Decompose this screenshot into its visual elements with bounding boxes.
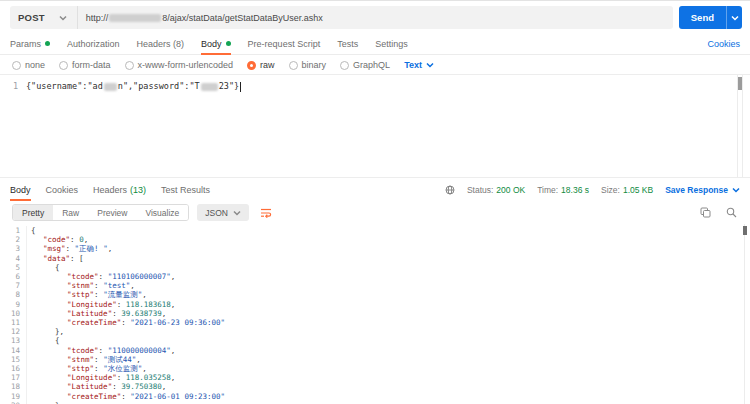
response-code-lines: 1{2"code": 0,3"msg": "正确! ",4"data": [5{… bbox=[0, 226, 750, 404]
line-number: 12 bbox=[0, 327, 26, 336]
cookies-link[interactable]: Cookies bbox=[707, 39, 740, 49]
save-response-button[interactable]: Save Response bbox=[665, 185, 740, 195]
response-code-line: 9"Longitude": 118.183618, bbox=[0, 300, 750, 309]
body-mode-row: none form-data x-www-form-urlencoded raw… bbox=[0, 55, 750, 74]
response-scrollbar[interactable] bbox=[744, 224, 745, 404]
body-mode-graphql[interactable]: GraphQL bbox=[340, 60, 390, 70]
line-number: 17 bbox=[0, 373, 26, 382]
copy-icon[interactable] bbox=[696, 204, 714, 221]
line-number: 8 bbox=[0, 290, 26, 299]
line-number: 4 bbox=[0, 254, 26, 263]
wrap-text-icon[interactable] bbox=[257, 204, 275, 221]
editor-scrollbar-thumb[interactable] bbox=[738, 77, 742, 90]
chevron-down-icon bbox=[426, 62, 434, 68]
line-number: 14 bbox=[0, 346, 26, 355]
body-mode-form-data[interactable]: form-data bbox=[59, 60, 111, 70]
line-number: 19 bbox=[0, 392, 26, 401]
status-badge: Status: 200 OK bbox=[467, 185, 525, 195]
body-mode-x-www-form-urlencoded[interactable]: x-www-form-urlencoded bbox=[125, 60, 234, 70]
text-cursor bbox=[240, 82, 241, 92]
globe-icon[interactable] bbox=[445, 185, 455, 195]
line-number: 1 bbox=[0, 226, 26, 235]
line-number: 10 bbox=[0, 309, 26, 318]
response-meta: Status: 200 OK Time: 18.36 s Size: 1.05 … bbox=[445, 185, 740, 195]
response-code-line: 12}, bbox=[0, 327, 750, 336]
response-code-line: 4"data": [ bbox=[0, 254, 750, 263]
response-code-line: 1{ bbox=[0, 226, 750, 235]
view-visualize[interactable]: Visualize bbox=[136, 205, 188, 220]
response-tab-headers[interactable]: Headers (13) bbox=[93, 178, 146, 201]
body-green-dot bbox=[226, 41, 231, 46]
view-preview[interactable]: Preview bbox=[88, 205, 136, 220]
view-pretty[interactable]: Pretty bbox=[13, 205, 53, 220]
line-number: 11 bbox=[0, 318, 26, 327]
response-code-line: 15"stnm": "测试44", bbox=[0, 355, 750, 364]
tab-headers[interactable]: Headers (8) bbox=[137, 33, 185, 54]
response-tab-cookies[interactable]: Cookies bbox=[46, 178, 79, 201]
tab-authorization[interactable]: Authorization bbox=[67, 33, 120, 54]
editor-scrollbar[interactable] bbox=[737, 75, 743, 177]
response-code-line: 16"sttp": "水位监测", bbox=[0, 364, 750, 373]
response-code-line: 19"createTime": "2021-06-01 09:23:00" bbox=[0, 392, 750, 401]
method-label: POST bbox=[18, 12, 45, 23]
radio-icon bbox=[125, 61, 134, 70]
tab-tests[interactable]: Tests bbox=[337, 33, 358, 54]
radio-selected-icon bbox=[247, 61, 256, 70]
request-url-row: POST http://8/ajax/statData/getStatDataB… bbox=[0, 1, 750, 33]
response-code-line: 7"stnm": "test", bbox=[0, 281, 750, 290]
view-mode-group: Pretty Raw Preview Visualize bbox=[12, 204, 189, 221]
tab-settings[interactable]: Settings bbox=[375, 33, 408, 54]
tab-pre-request-script[interactable]: Pre-request Script bbox=[248, 33, 321, 54]
send-button[interactable]: Send bbox=[679, 6, 726, 29]
search-icon[interactable] bbox=[722, 204, 740, 221]
view-raw[interactable]: Raw bbox=[53, 205, 88, 220]
chevron-down-icon bbox=[731, 15, 739, 21]
url-prefix: http:// bbox=[86, 13, 109, 23]
response-code-line: 5{ bbox=[0, 263, 750, 272]
raw-format-select[interactable]: Text bbox=[404, 60, 434, 70]
response-tab-test-results[interactable]: Test Results bbox=[161, 178, 210, 201]
line-number: 6 bbox=[0, 272, 26, 281]
request-body-editor[interactable]: 1 {"username":"adn","password":"T23"} bbox=[0, 74, 750, 178]
response-scrollbar-thumb[interactable] bbox=[743, 226, 747, 235]
body-mode-none[interactable]: none bbox=[12, 60, 45, 70]
redacted-host bbox=[109, 14, 161, 22]
response-code-line: 14"tcode": "110000000004", bbox=[0, 346, 750, 355]
response-code-line: 6"tcode": "110106000007", bbox=[0, 272, 750, 281]
line-number: 16 bbox=[0, 364, 26, 373]
response-code-line: 13{ bbox=[0, 336, 750, 345]
tab-params[interactable]: Params bbox=[10, 33, 50, 54]
method-select[interactable]: POST bbox=[10, 6, 78, 29]
line-number: 18 bbox=[0, 382, 26, 391]
time-badge: Time: 18.36 s bbox=[537, 185, 589, 195]
response-format-select[interactable]: JSON bbox=[197, 204, 249, 221]
radio-icon bbox=[12, 61, 21, 70]
body-mode-raw[interactable]: raw bbox=[247, 60, 275, 70]
params-green-dot bbox=[45, 41, 50, 46]
response-tab-body[interactable]: Body bbox=[10, 178, 31, 201]
line-number: 9 bbox=[0, 300, 26, 309]
url-input[interactable]: http://8/ajax/statData/getStatDataByUser… bbox=[78, 6, 673, 29]
response-header: Body Cookies Headers (13) Test Results S… bbox=[0, 178, 750, 201]
radio-icon bbox=[59, 61, 68, 70]
send-options-button[interactable] bbox=[726, 6, 742, 29]
chevron-down-icon bbox=[59, 15, 67, 21]
line-number: 5 bbox=[0, 263, 26, 272]
response-body-viewer[interactable]: 1{2"code": 0,3"msg": "正确! ",4"data": [5{… bbox=[0, 224, 750, 404]
line-number: 1 bbox=[0, 81, 26, 91]
body-mode-binary[interactable]: binary bbox=[289, 60, 327, 70]
request-body-text: {"username":"adn","password":"T23"} bbox=[26, 81, 241, 92]
radio-icon bbox=[340, 61, 349, 70]
headers-count-badge: (13) bbox=[130, 185, 146, 195]
radio-icon bbox=[289, 61, 298, 70]
url-suffix: 8/ajax/statData/getStatDataByUser.ashx bbox=[162, 13, 323, 23]
line-number: 13 bbox=[0, 336, 26, 345]
size-badge: Size: 1.05 KB bbox=[601, 185, 653, 195]
response-code-line: 10"Latitude": 39.638739, bbox=[0, 309, 750, 318]
redacted-text bbox=[104, 83, 117, 91]
line-number: 15 bbox=[0, 355, 26, 364]
api-client-window: POST http://8/ajax/statData/getStatDataB… bbox=[0, 0, 750, 404]
response-code-line: 8"sttp": "流量监测", bbox=[0, 290, 750, 299]
response-code-line: 3"msg": "正确! ", bbox=[0, 244, 750, 253]
tab-body[interactable]: Body bbox=[201, 33, 231, 54]
